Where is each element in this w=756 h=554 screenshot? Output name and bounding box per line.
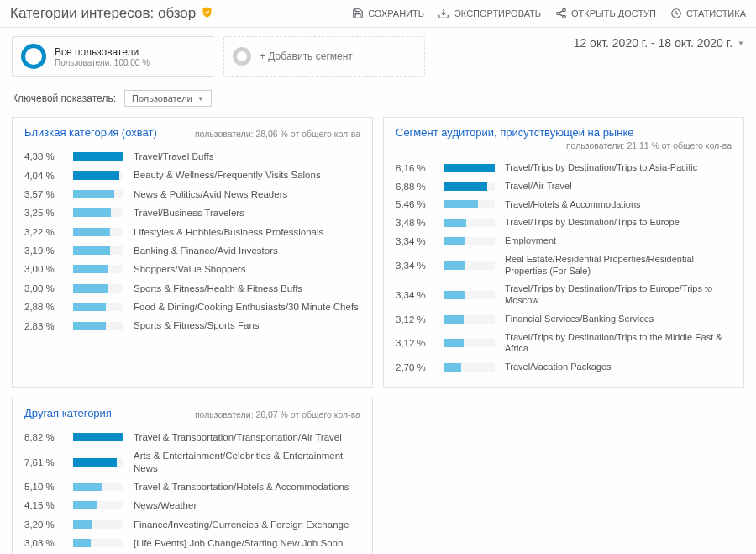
row-bar [73, 483, 123, 491]
data-row[interactable]: 4,04 %Beauty & Wellness/Frequently Visit… [24, 166, 360, 184]
row-bar [73, 501, 123, 509]
row-bar [444, 291, 495, 299]
row-percent: 3,22 % [24, 227, 63, 237]
data-row[interactable]: 3,34 %Real Estate/Residential Properties… [396, 251, 732, 281]
data-row[interactable]: 3,00 %Sports & Fitness/Health & Fitness … [24, 279, 360, 298]
segments: Все пользователи Пользователи: 100,00 % … [12, 36, 425, 77]
row-bar [73, 228, 123, 236]
row-percent: 5,46 % [396, 199, 434, 209]
row-percent: 4,04 % [24, 171, 63, 181]
panel-head: Близкая категория (охват)пользователи: 2… [24, 126, 360, 139]
row-percent: 3,57 % [24, 189, 63, 199]
row-label: Food & Dining/Cooking Enthusiasts/30 Min… [134, 301, 360, 313]
row-label: News & Politics/Avid News Readers [134, 188, 360, 200]
panel-title[interactable]: Близкая категория (охват) [24, 126, 157, 139]
row-label: Finance/Investing/Currencies & Foreign E… [134, 519, 360, 530]
row-percent: 4,15 % [24, 500, 63, 510]
data-row[interactable]: 3,22 %Lifestyles & Hobbies/Business Prof… [24, 223, 360, 241]
row-percent: 3,25 % [24, 208, 63, 218]
row-bar [73, 433, 123, 441]
row-bar [73, 520, 123, 529]
toolbar-label: ОТКРЫТЬ ДОСТУП [571, 8, 656, 18]
row-bar [73, 246, 123, 255]
segment-all-users[interactable]: Все пользователи Пользователи: 100,00 % [12, 36, 213, 77]
page-header: Категории интересов: обзор СОХРАНИТЬ ЭКС… [0, 0, 756, 28]
data-row[interactable]: 2,83 %Sports & Fitness/Sports Fans [24, 316, 360, 335]
export-button[interactable]: ЭКСПОРТИРОВАТЬ [438, 8, 541, 20]
row-percent: 3,34 % [396, 290, 434, 300]
key-metric-value: Пользователи [132, 93, 192, 103]
data-row[interactable]: 3,03 %[Life Events] Job Change/Starting … [24, 534, 360, 552]
row-label: Employment [505, 235, 732, 247]
panel-sub: пользователи: 21,11 % от общего кол-ва [566, 140, 732, 150]
share-icon [554, 8, 567, 20]
data-row[interactable]: 3,00 %Shoppers/Value Shoppers [24, 260, 360, 278]
data-row[interactable]: 5,46 %Travel/Hotels & Accommodations [396, 196, 732, 214]
row-label: Sports & Fitness/Sports Fans [134, 319, 360, 331]
data-row[interactable]: 3,48 %Travel/Trips by Destination/Trips … [396, 214, 732, 232]
row-label: Travel/Trips by Destination/Trips to Eur… [505, 217, 732, 229]
data-row[interactable]: 2,70 %Travel/Vacation Packages [396, 358, 732, 377]
data-row[interactable]: 3,19 %Banking & Finance/Avid Investors [24, 241, 360, 260]
row-bar [444, 200, 495, 208]
data-row[interactable]: 4,38 %Travel/Travel Buffs [24, 147, 360, 166]
row-label: Travel/Trips by Destination/Trips to the… [505, 332, 732, 356]
row-percent: 3,19 % [24, 245, 63, 256]
toolbar: СОХРАНИТЬ ЭКСПОРТИРОВАТЬ ОТКРЫТЬ ДОСТУП … [351, 8, 746, 20]
row-percent: 3,34 % [396, 236, 434, 246]
data-row[interactable]: 7,61 %Arts & Entertainment/Celebrities &… [24, 446, 360, 477]
data-row[interactable]: 2,88 %Food & Dining/Cooking Enthusiasts/… [24, 298, 360, 316]
add-segment-button[interactable]: + Добавить сегмент [223, 36, 425, 77]
row-bar [73, 171, 123, 180]
row-bar [444, 237, 495, 245]
panel-inmarket: Сегмент аудитории, присутствующей на рын… [383, 117, 744, 388]
row-label: Lifestyles & Hobbies/Business Profession… [134, 226, 360, 238]
data-row[interactable]: 8,16 %Travel/Trips by Destination/Trips … [396, 159, 732, 177]
data-row[interactable]: 3,12 %Financial Services/Banking Service… [396, 310, 732, 329]
panel-title[interactable]: Другая категория [24, 407, 112, 419]
row-percent: 5,10 % [24, 482, 63, 492]
data-row[interactable]: 3,34 %Employment [396, 232, 732, 251]
row-percent: 2,88 % [24, 302, 63, 312]
data-row[interactable]: 8,82 %Travel & Transportation/Transporta… [24, 428, 360, 446]
segment-title: Все пользователи [55, 46, 150, 58]
data-row[interactable]: 3,20 %Finance/Investing/Currencies & For… [24, 515, 360, 534]
row-percent: 3,00 % [24, 264, 63, 274]
key-metric-row: Ключевой показатель: Пользователи ▼ [0, 82, 756, 117]
date-range-picker[interactable]: 12 окт. 2020 г. - 18 окт. 2020 г. ▼ [574, 36, 744, 50]
share-button[interactable]: ОТКРЫТЬ ДОСТУП [554, 8, 656, 20]
key-metric-select[interactable]: Пользователи ▼ [124, 90, 212, 107]
row-bar [73, 458, 123, 467]
row-percent: 2,83 % [24, 321, 63, 331]
panel-sub: пользователи: 26,07 % от общего кол-ва [195, 409, 360, 419]
row-label: Beauty & Wellness/Frequently Visits Salo… [134, 169, 360, 181]
row-label: Travel/Air Travel [505, 181, 732, 193]
panel-title[interactable]: Сегмент аудитории, присутствующей на рын… [396, 126, 633, 139]
row-label: Travel/Trips by Destination/Trips to Eur… [505, 283, 732, 307]
row-percent: 3,34 % [396, 261, 434, 271]
data-row[interactable]: 6,88 %Travel/Air Travel [396, 177, 732, 196]
data-row[interactable]: 3,57 %News & Politics/Avid News Readers [24, 185, 360, 203]
segment-sub: Пользователи: 100,00 % [55, 58, 150, 67]
data-row[interactable]: 4,15 %News/Weather [24, 496, 360, 514]
data-row[interactable]: 3,12 %Travel/Trips by Destination/Trips … [396, 329, 732, 359]
row-percent: 8,16 % [396, 163, 434, 173]
row-bar [73, 322, 123, 330]
stats-button[interactable]: СТАТИСТИКА [669, 8, 746, 20]
save-button[interactable]: СОХРАНИТЬ [351, 8, 424, 20]
row-bar [444, 261, 495, 270]
svg-line-4 [559, 14, 563, 16]
save-icon [351, 8, 364, 20]
data-row[interactable]: 5,10 %Travel & Transportation/Hotels & A… [24, 477, 360, 496]
row-percent: 3,20 % [24, 520, 63, 530]
panels-grid: Близкая категория (охват)пользователи: 2… [0, 117, 756, 554]
data-row[interactable]: 3,34 %Travel/Trips by Destination/Trips … [396, 280, 732, 310]
row-label: Travel/Hotels & Accommodations [505, 199, 732, 211]
row-bar [444, 315, 495, 324]
row-percent: 3,48 % [396, 218, 434, 228]
row-percent: 3,12 % [396, 338, 434, 348]
data-row[interactable]: 3,25 %Travel/Business Travelers [24, 203, 360, 222]
insights-icon [669, 8, 682, 20]
row-bar [444, 363, 495, 372]
panel-head: Сегмент аудитории, присутствующей на рын… [396, 126, 732, 150]
